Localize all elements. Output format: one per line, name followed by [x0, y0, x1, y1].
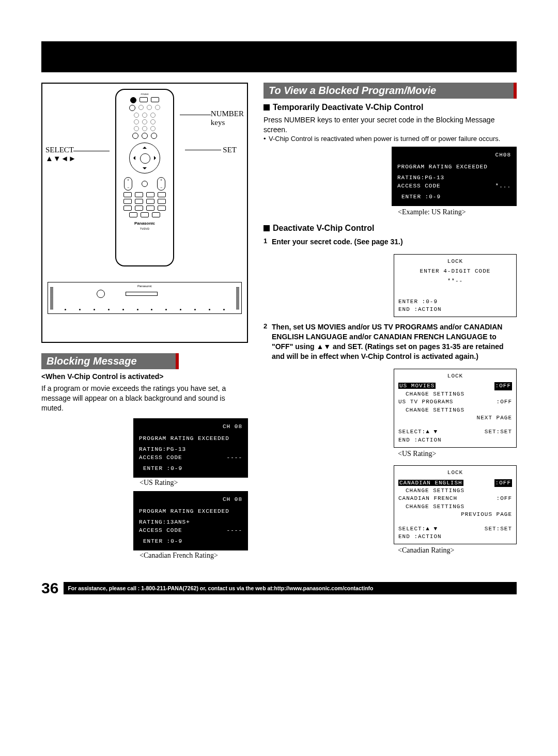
caption-example-us: <Example: US Rating> [398, 208, 517, 216]
square-bullet-icon [264, 225, 270, 231]
remote-diagram: NUMBERkeys SELECT▲▼◄► SET POWER [41, 83, 248, 343]
remote-brand: Panasonic [134, 221, 155, 226]
osd-ca-french-rating: CH 08 PROGRAM RATING EXCEEDED RATING:13A… [133, 491, 248, 550]
osd-lock-ca: LOCK CANADIAN ENGLISH:OFF CHANGE SETTING… [394, 465, 517, 544]
step-2-num: 2 [264, 322, 272, 330]
caption-us-rating: <US Rating> [140, 479, 248, 487]
step-1-num: 1 [264, 237, 272, 245]
osd-us-rating: CH 08 PROGRAM RATING EXCEEDED RATING:PG-… [133, 418, 248, 478]
page-number: 36 [41, 579, 58, 597]
osd-example-us: CH08 PROGRAM RATING EXCEEDED RATING:PG-1… [392, 147, 517, 206]
osd-lock-code: LOCK ENTER 4-DIGIT CODE **-- ENTER :0-9 … [394, 254, 517, 318]
temp-deactivate-body: Press NUMBER keys to enter your secret c… [264, 115, 517, 135]
dpad [129, 143, 160, 174]
blocking-message-body: If a program or movie exceeds the rating… [41, 384, 248, 413]
footer-assistance: For assistance, please call : 1-800-211-… [64, 582, 517, 594]
vcr-outline: Panasonic [48, 282, 242, 314]
vchip-activated-subhead: <When V-Chip Control is activated> [41, 372, 248, 381]
step-2-text: Then, set US MOVIES and/or US TV PROGRAM… [272, 322, 517, 361]
label-number-keys: NUMBERkeys [211, 109, 244, 127]
label-set: SET [223, 146, 237, 154]
view-blocked-header: To View a Blocked Program/Movie [264, 83, 517, 99]
page-black-header [41, 41, 517, 72]
step-1-text: Enter your secret code. (See page 31.) [272, 237, 517, 247]
caption-lock-ca: <Canadian Rating> [398, 546, 517, 555]
caption-ca-french-rating: <Canadian French Rating> [140, 552, 248, 560]
remote-outline: POWER +− + [115, 89, 174, 266]
reactivate-note: V-Chip Control is reactivated when power… [264, 135, 517, 144]
remote-model: TV/DVD [140, 227, 149, 230]
caption-lock-us: <US Rating> [398, 450, 517, 458]
square-bullet-icon [264, 104, 270, 111]
label-select: SELECT▲▼◄► [45, 146, 76, 163]
osd-lock-us: LOCK US MOVIES:OFF CHANGE SETTINGS US TV… [394, 369, 517, 448]
deactivate-title: Deactivate V-Chip Control [264, 224, 517, 233]
temp-deactivate-title: Temporarily Deactivate V-Chip Control [264, 103, 517, 112]
blocking-message-header: Blocking Message [41, 353, 179, 369]
